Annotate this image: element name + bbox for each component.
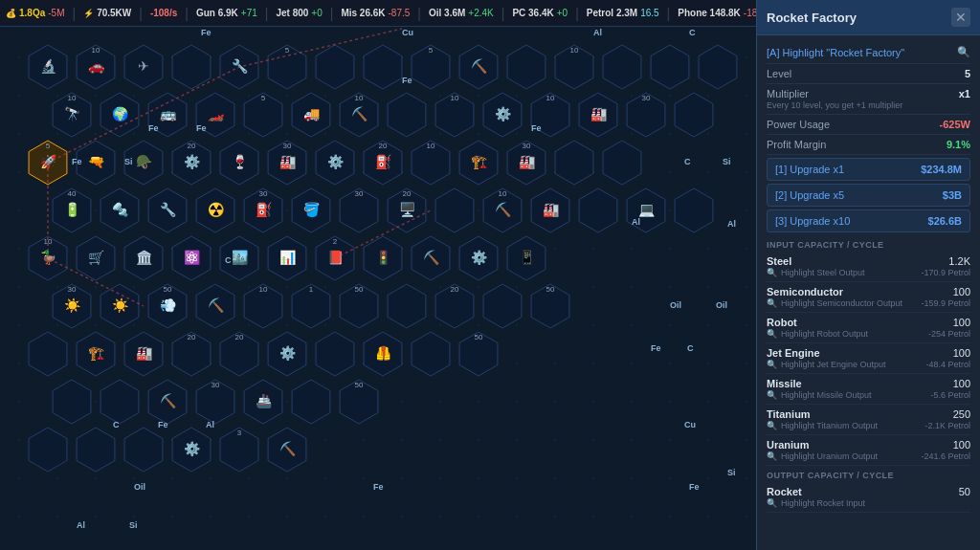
input-uranium: Uranium 100 🔍 Highlight Uranium Output -…	[767, 435, 970, 466]
semiconductor-search-icon[interactable]: 🔍	[767, 298, 777, 308]
input-section-header: INPUT CAPACITY / CYCLE	[767, 235, 970, 252]
jet-engine-search-icon[interactable]: 🔍	[767, 360, 777, 369]
input-jet-engine: Jet Engine 100 🔍 Highlight Jet Engine Ou…	[767, 343, 970, 374]
close-button[interactable]: ✕	[951, 8, 970, 27]
uranium-search-icon[interactable]: 🔍	[767, 451, 777, 461]
stat-pc: PC 36.4K +0	[512, 8, 568, 18]
output-rocket: Rocket 50 🔍 Highlight Rocket Input	[767, 482, 970, 513]
titanium-search-icon[interactable]: 🔍	[767, 421, 777, 430]
upgrade-10-cost: $26.6B	[928, 215, 962, 227]
panel-title: Rocket Factory	[767, 11, 857, 25]
missile-search-icon[interactable]: 🔍	[767, 390, 777, 400]
side-panel: Rocket Factory ✕ [A] Highlight "Rocket F…	[756, 0, 980, 550]
upgrade-5-cost: $3B	[943, 189, 962, 201]
input-steel: Steel 1.2K 🔍 Highlight Steel Output -170…	[767, 252, 970, 282]
input-titanium: Titanium 250 🔍 Highlight Titanium Output…	[767, 405, 970, 435]
stat-gun: Gun 6.9K +71	[196, 8, 257, 18]
upgrade-1-cost: $234.8M	[921, 164, 962, 175]
robot-search-icon[interactable]: 🔍	[767, 329, 777, 339]
upgrade-1-button[interactable]: [1] Upgrade x1 $234.8M	[767, 158, 970, 181]
search-icon[interactable]: 🔍	[957, 46, 970, 58]
multiplier-sub: Every 10 level, you get +1 multiplier	[767, 100, 970, 115]
highlight-row: [A] Highlight "Rocket Factory" 🔍	[767, 41, 970, 64]
multiplier-value: x1	[959, 88, 970, 99]
money-icon: 💰	[6, 9, 16, 18]
stat-mis: Mis 26.6K -87.5	[341, 8, 410, 18]
input-semiconductor: Semiconductor 100 🔍 Highlight Semiconduc…	[767, 282, 970, 313]
stat-money: 💰 1.8Qa -5M	[6, 8, 64, 18]
stat-jet: Jet 800 +0	[276, 8, 322, 18]
level-label: Level	[767, 68, 791, 79]
upgrade-10-label: [3] Upgrade x10	[775, 215, 850, 227]
upgrade-5-button[interactable]: [2] Upgrade x5 $3B	[767, 184, 970, 207]
panel-header: Rocket Factory ✕	[757, 0, 980, 35]
profit-label: Profit Margin	[767, 139, 826, 150]
rocket-search-icon[interactable]: 🔍	[767, 498, 777, 508]
stat-oil: Oil 3.6M +2.4K	[429, 8, 494, 18]
power-value: -625W	[940, 119, 970, 130]
power-row: Power Usage -625W	[767, 115, 970, 135]
map-area[interactable]	[0, 0, 756, 550]
top-bar: 💰 1.8Qa -5M | ⚡ 70.5KW | -108/s | Gun 6.…	[0, 0, 756, 27]
input-missile: Missile 100 🔍 Highlight Missile Output -…	[767, 374, 970, 405]
level-value: 5	[965, 68, 970, 79]
level-row: Level 5	[767, 64, 970, 84]
steel-search-icon[interactable]: 🔍	[767, 268, 777, 277]
upgrade-1-label: [1] Upgrade x1	[775, 164, 844, 175]
input-robot: Robot 100 🔍 Highlight Robot Output -254 …	[767, 313, 970, 343]
stat-rate: -108/s	[150, 8, 177, 18]
power-label: Power Usage	[767, 119, 830, 130]
upgrade-5-label: [2] Upgrade x5	[775, 189, 844, 201]
power-icon: ⚡	[83, 9, 94, 18]
stat-power: ⚡ 70.5KW	[83, 8, 131, 18]
output-section-header: OUTPUT CAPACITY / CYCLE	[767, 466, 970, 482]
upgrade-10-button[interactable]: [3] Upgrade x10 $26.6B	[767, 209, 970, 232]
highlight-link[interactable]: [A] Highlight "Rocket Factory"	[767, 47, 904, 58]
panel-content[interactable]: [A] Highlight "Rocket Factory" 🔍 Level 5…	[757, 35, 980, 550]
multiplier-label: Multiplier	[767, 88, 809, 99]
stat-petrol: Petrol 2.3M 16.5	[587, 8, 659, 18]
profit-value: 9.1%	[947, 139, 970, 150]
profit-row: Profit Margin 9.1%	[767, 135, 970, 155]
hex-canvas	[0, 0, 756, 550]
